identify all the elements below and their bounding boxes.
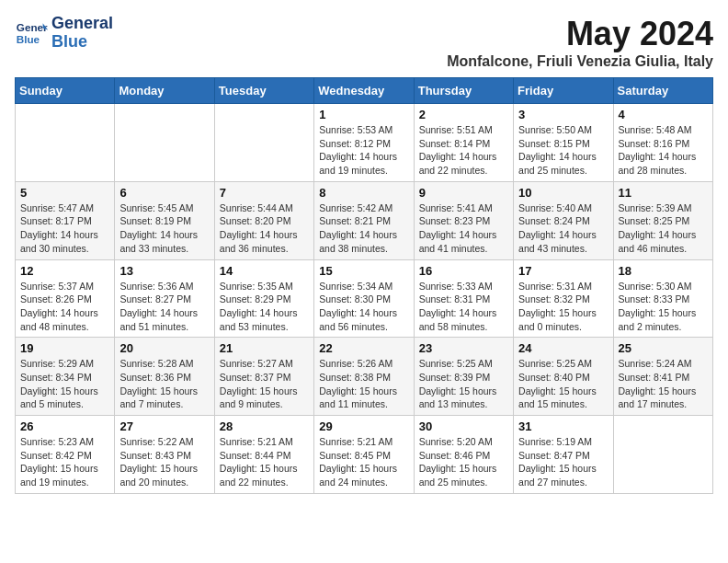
calendar-cell: 6Sunrise: 5:45 AM Sunset: 8:19 PM Daylig… (115, 181, 214, 259)
calendar-cell (115, 104, 214, 182)
calendar-cell: 5Sunrise: 5:47 AM Sunset: 8:17 PM Daylig… (16, 181, 115, 259)
calendar-cell: 29Sunrise: 5:21 AM Sunset: 8:45 PM Dayli… (314, 416, 414, 494)
day-number: 31 (518, 419, 608, 433)
day-info: Sunrise: 5:21 AM Sunset: 8:44 PM Dayligh… (220, 435, 309, 489)
day-info: Sunrise: 5:26 AM Sunset: 8:38 PM Dayligh… (319, 357, 408, 411)
calendar-cell: 18Sunrise: 5:30 AM Sunset: 8:33 PM Dayli… (613, 259, 712, 338)
day-info: Sunrise: 5:28 AM Sunset: 8:36 PM Dayligh… (119, 357, 209, 411)
calendar-cell: 4Sunrise: 5:48 AM Sunset: 8:16 PM Daylig… (613, 104, 712, 182)
location-title: Monfalcone, Friuli Venezia Giulia, Italy (447, 53, 713, 70)
day-number: 5 (20, 186, 109, 200)
day-info: Sunrise: 5:20 AM Sunset: 8:46 PM Dayligh… (419, 435, 508, 489)
calendar-cell: 1Sunrise: 5:53 AM Sunset: 8:12 PM Daylig… (314, 104, 414, 182)
calendar-week-row: 1Sunrise: 5:53 AM Sunset: 8:12 PM Daylig… (16, 104, 713, 182)
day-number: 10 (518, 186, 608, 200)
calendar-week-row: 19Sunrise: 5:29 AM Sunset: 8:34 PM Dayli… (16, 338, 713, 416)
calendar-table: SundayMondayTuesdayWednesdayThursdayFrid… (15, 77, 713, 494)
calendar-cell: 26Sunrise: 5:23 AM Sunset: 8:42 PM Dayli… (16, 416, 115, 494)
day-info: Sunrise: 5:24 AM Sunset: 8:41 PM Dayligh… (619, 357, 708, 411)
day-number: 6 (119, 186, 209, 200)
page-header: General Blue General Blue May 2024 Monfa… (15, 15, 713, 70)
calendar-week-row: 26Sunrise: 5:23 AM Sunset: 8:42 PM Dayli… (16, 416, 713, 494)
day-number: 22 (319, 341, 408, 355)
day-number: 4 (619, 108, 708, 121)
day-number: 14 (220, 264, 309, 278)
day-number: 17 (518, 264, 608, 278)
calendar-cell (613, 416, 712, 494)
calendar-cell: 22Sunrise: 5:26 AM Sunset: 8:38 PM Dayli… (314, 338, 414, 416)
calendar-cell: 13Sunrise: 5:36 AM Sunset: 8:27 PM Dayli… (115, 259, 214, 338)
day-info: Sunrise: 5:53 AM Sunset: 8:12 PM Dayligh… (319, 123, 408, 178)
calendar-cell: 12Sunrise: 5:37 AM Sunset: 8:26 PM Dayli… (16, 259, 115, 338)
calendar-cell: 16Sunrise: 5:33 AM Sunset: 8:31 PM Dayli… (414, 259, 513, 338)
day-info: Sunrise: 5:40 AM Sunset: 8:24 PM Dayligh… (518, 201, 608, 256)
day-info: Sunrise: 5:39 AM Sunset: 8:25 PM Dayligh… (619, 201, 708, 256)
day-number: 20 (119, 341, 209, 355)
calendar-cell: 11Sunrise: 5:39 AM Sunset: 8:25 PM Dayli… (613, 181, 712, 259)
weekday-header: Thursday (414, 78, 513, 104)
weekday-header: Monday (115, 78, 214, 104)
day-info: Sunrise: 5:51 AM Sunset: 8:14 PM Dayligh… (419, 123, 508, 178)
day-info: Sunrise: 5:50 AM Sunset: 8:15 PM Dayligh… (518, 123, 608, 178)
weekday-header: Saturday (613, 78, 712, 104)
svg-text:Blue: Blue (17, 33, 40, 45)
calendar-cell: 24Sunrise: 5:25 AM Sunset: 8:40 PM Dayli… (514, 338, 613, 416)
day-number: 21 (220, 341, 309, 355)
day-number: 25 (619, 341, 708, 355)
day-number: 30 (419, 419, 508, 433)
calendar-cell: 8Sunrise: 5:42 AM Sunset: 8:21 PM Daylig… (314, 181, 414, 259)
calendar-week-row: 5Sunrise: 5:47 AM Sunset: 8:17 PM Daylig… (16, 181, 713, 259)
day-info: Sunrise: 5:47 AM Sunset: 8:17 PM Dayligh… (20, 201, 109, 256)
day-number: 19 (20, 341, 109, 355)
calendar-header: SundayMondayTuesdayWednesdayThursdayFrid… (16, 78, 713, 104)
day-info: Sunrise: 5:31 AM Sunset: 8:32 PM Dayligh… (518, 280, 608, 334)
logo-general: General (51, 14, 113, 32)
weekday-row: SundayMondayTuesdayWednesdayThursdayFrid… (16, 78, 713, 104)
calendar-cell: 21Sunrise: 5:27 AM Sunset: 8:37 PM Dayli… (214, 338, 313, 416)
day-info: Sunrise: 5:34 AM Sunset: 8:30 PM Dayligh… (319, 280, 408, 334)
day-info: Sunrise: 5:33 AM Sunset: 8:31 PM Dayligh… (419, 280, 508, 334)
day-info: Sunrise: 5:22 AM Sunset: 8:43 PM Dayligh… (119, 435, 209, 489)
calendar-cell (214, 104, 313, 182)
day-number: 27 (119, 419, 209, 433)
calendar-cell: 17Sunrise: 5:31 AM Sunset: 8:32 PM Dayli… (514, 259, 613, 338)
logo-icon: General Blue (15, 17, 48, 50)
day-number: 23 (419, 341, 508, 355)
day-number: 1 (319, 108, 408, 121)
logo-blue: Blue (51, 32, 87, 51)
weekday-header: Wednesday (314, 78, 414, 104)
day-number: 3 (518, 108, 608, 121)
day-number: 18 (619, 264, 708, 278)
day-number: 9 (419, 186, 508, 200)
calendar-cell: 3Sunrise: 5:50 AM Sunset: 8:15 PM Daylig… (514, 104, 613, 182)
day-info: Sunrise: 5:25 AM Sunset: 8:39 PM Dayligh… (419, 357, 508, 411)
day-number: 26 (20, 419, 109, 433)
logo: General Blue General Blue (15, 15, 113, 52)
calendar-cell: 14Sunrise: 5:35 AM Sunset: 8:29 PM Dayli… (214, 259, 313, 338)
day-number: 13 (119, 264, 209, 278)
day-number: 28 (220, 419, 309, 433)
day-info: Sunrise: 5:45 AM Sunset: 8:19 PM Dayligh… (119, 201, 209, 256)
day-number: 24 (518, 341, 608, 355)
calendar-cell: 20Sunrise: 5:28 AM Sunset: 8:36 PM Dayli… (115, 338, 214, 416)
calendar-cell: 31Sunrise: 5:19 AM Sunset: 8:47 PM Dayli… (514, 416, 613, 494)
day-info: Sunrise: 5:35 AM Sunset: 8:29 PM Dayligh… (220, 280, 309, 334)
calendar-cell: 28Sunrise: 5:21 AM Sunset: 8:44 PM Dayli… (214, 416, 313, 494)
day-number: 16 (419, 264, 508, 278)
calendar-week-row: 12Sunrise: 5:37 AM Sunset: 8:26 PM Dayli… (16, 259, 713, 338)
day-number: 12 (20, 264, 109, 278)
day-number: 7 (220, 186, 309, 200)
calendar-cell: 27Sunrise: 5:22 AM Sunset: 8:43 PM Dayli… (115, 416, 214, 494)
day-number: 29 (319, 419, 408, 433)
day-info: Sunrise: 5:37 AM Sunset: 8:26 PM Dayligh… (20, 280, 109, 334)
calendar-cell: 7Sunrise: 5:44 AM Sunset: 8:20 PM Daylig… (214, 181, 313, 259)
calendar-cell: 25Sunrise: 5:24 AM Sunset: 8:41 PM Dayli… (613, 338, 712, 416)
weekday-header: Sunday (16, 78, 115, 104)
day-info: Sunrise: 5:29 AM Sunset: 8:34 PM Dayligh… (20, 357, 109, 411)
calendar-cell: 19Sunrise: 5:29 AM Sunset: 8:34 PM Dayli… (16, 338, 115, 416)
weekday-header: Tuesday (214, 78, 313, 104)
calendar-cell: 9Sunrise: 5:41 AM Sunset: 8:23 PM Daylig… (414, 181, 513, 259)
day-info: Sunrise: 5:44 AM Sunset: 8:20 PM Dayligh… (220, 201, 309, 256)
day-info: Sunrise: 5:30 AM Sunset: 8:33 PM Dayligh… (619, 280, 708, 334)
weekday-header: Friday (514, 78, 613, 104)
